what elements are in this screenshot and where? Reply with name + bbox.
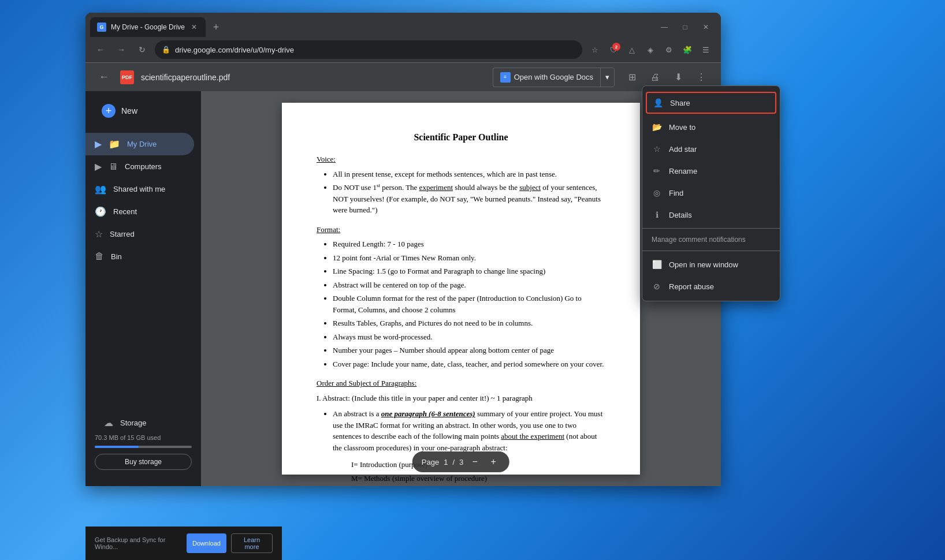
format-item-4: Abstract will be centered on top of the …	[333, 279, 605, 291]
page-controls: Page 1 / 3 − +	[412, 451, 509, 472]
back-to-drive-button[interactable]: ←	[95, 68, 113, 87]
context-menu-manage-notifications[interactable]: Manage comment notifications	[642, 231, 780, 248]
pdf-filename: scientificpaperoutline.pdf	[141, 73, 486, 82]
find-icon: ◎	[652, 188, 662, 198]
context-menu-add-star[interactable]: ☆ Add star	[642, 138, 780, 160]
browser-actions: ☆ 🛡 2 △ ◈ ⚙ 🧩 ☰	[587, 42, 714, 58]
minimize-button[interactable]: —	[656, 19, 672, 35]
sidebar-item-shared[interactable]: 👥 Shared with me	[85, 178, 194, 200]
my-drive-icon: ▶	[95, 139, 102, 150]
current-page: 1	[444, 458, 448, 466]
learn-more-button[interactable]: Learn more	[231, 533, 273, 553]
buy-storage-button[interactable]: Buy storage	[95, 454, 192, 470]
extension-1-button[interactable]: ◈	[642, 42, 658, 58]
find-label: Find	[669, 189, 683, 197]
shared-icon: 👥	[95, 184, 106, 195]
pdf-page: Scientific Paper Outline Voice: All in p…	[282, 103, 640, 475]
sidebar-item-bin[interactable]: 🗑 Bin	[85, 245, 194, 267]
new-button-label: New	[121, 106, 137, 115]
pdf-file-icon: PDF	[120, 70, 134, 84]
format-item-8: Number your pages – Number should appear…	[333, 345, 605, 356]
open-with-dropdown-button[interactable]: ▾	[600, 68, 615, 87]
rename-icon: ✏	[652, 166, 662, 176]
sidebar-item-storage[interactable]: ☁ Storage	[95, 412, 185, 434]
computers-expand-icon: ▶	[95, 161, 102, 172]
voice-list: All in present tense, except for methods…	[317, 169, 605, 216]
drive-folder-icon: 📁	[109, 139, 120, 150]
open-with-google-docs-button[interactable]: ≡ Open with Google Docs	[493, 68, 600, 87]
address-bar-input[interactable]: 🔒 drive.google.com/drive/u/0/my-drive	[155, 40, 582, 59]
format-item-9: Cover page: Include your name, date, cla…	[333, 359, 605, 370]
page-label: Page	[422, 458, 439, 466]
storage-section: ☁ Storage 70.3 MB of 15 GB used Buy stor…	[85, 402, 201, 479]
share-icon: 👤	[653, 98, 663, 108]
notification-text: Get Backup and Sync for Windo...	[95, 536, 187, 550]
open-new-window-label: Open in new window	[669, 260, 738, 269]
sidebar-item-recent[interactable]: 🕐 Recent	[85, 200, 194, 223]
order-heading: Order and Subject of Paragraphs:	[317, 378, 605, 389]
new-button[interactable]: + New	[92, 98, 194, 124]
sidebar-item-my-drive[interactable]: ▶ 📁 My Drive	[85, 133, 194, 155]
zoom-out-button[interactable]: −	[468, 455, 482, 469]
active-tab[interactable]: G My Drive - Google Drive ✕	[90, 17, 206, 37]
voice-item-2: Do NOT use 1st person. The experiment sh…	[333, 182, 605, 216]
new-tab-button[interactable]: +	[208, 19, 224, 35]
print-button[interactable]: 🖨	[645, 67, 665, 88]
context-menu-find[interactable]: ◎ Find	[642, 182, 780, 204]
add-star-label: Add star	[669, 145, 697, 154]
lock-icon: 🔒	[162, 46, 170, 54]
context-menu-move-to[interactable]: 📂 Move to	[642, 116, 780, 138]
bottom-notification: Get Backup and Sync for Windo... Downloa…	[85, 527, 282, 560]
bookmarks-button[interactable]: ☆	[587, 42, 603, 58]
bin-icon: 🗑	[95, 251, 104, 262]
zoom-in-button[interactable]: +	[486, 455, 500, 469]
pdf-header-actions: ⊞ 🖨 ⬇ ⋮	[622, 67, 712, 88]
bin-label: Bin	[111, 252, 122, 261]
open-new-window-icon: ⬜	[652, 259, 662, 270]
context-menu-rename[interactable]: ✏ Rename	[642, 160, 780, 182]
voice-item-1: All in present tense, except for methods…	[333, 169, 605, 180]
extensions-button[interactable]: 🧩	[679, 42, 695, 58]
refresh-button[interactable]: ↻	[134, 42, 150, 58]
move-to-icon: 📂	[652, 122, 662, 132]
new-button-icon: +	[102, 104, 116, 118]
imrac-r: R= Results (numerical data)	[351, 485, 605, 486]
context-menu-report-abuse[interactable]: ⊘ Report abuse	[642, 275, 780, 297]
format-item-6: Results Tables, Graphs, and Pictures do …	[333, 318, 605, 329]
abstract-list: An abstract is a one paragraph (6-8 sent…	[317, 408, 605, 453]
context-menu-details[interactable]: ℹ Details	[642, 204, 780, 226]
tab-close-button[interactable]: ✕	[189, 23, 199, 32]
brave-shield-button[interactable]: 🛡 2	[605, 42, 622, 58]
storage-icon: ☁	[104, 417, 113, 428]
context-menu-share[interactable]: 👤 Share	[646, 92, 776, 114]
vpn-button[interactable]: △	[624, 42, 640, 58]
tab-title: My Drive - Google Drive	[111, 23, 185, 31]
maximize-button[interactable]: □	[677, 19, 693, 35]
download-notification-button[interactable]: Download	[187, 533, 226, 553]
extension-2-button[interactable]: ⚙	[661, 42, 677, 58]
starred-icon: ☆	[95, 229, 103, 240]
storage-item-label: Storage	[120, 419, 147, 427]
abstract-heading: I. Abstract: (Include this title in your…	[317, 393, 605, 404]
close-window-button[interactable]: ✕	[698, 19, 714, 35]
context-menu-divider-2	[642, 251, 780, 251]
back-button[interactable]: ←	[92, 42, 109, 58]
download-button[interactable]: ⬇	[668, 67, 689, 88]
sidebar-item-computers[interactable]: ▶ 🖥 Computers	[85, 155, 194, 178]
window-controls: — □ ✕	[656, 19, 716, 35]
page-separator: /	[452, 458, 455, 466]
storage-usage-label: 70.3 MB of 15 GB used	[95, 434, 192, 441]
recent-icon: 🕐	[95, 206, 106, 217]
add-to-drive-button[interactable]: ⊞	[622, 67, 642, 88]
forward-button[interactable]: →	[113, 42, 129, 58]
voice-heading: Voice:	[317, 154, 605, 165]
browser-window: G My Drive - Google Drive ✕ + — □ ✕ ← → …	[85, 13, 721, 486]
browser-menu-button[interactable]: ☰	[698, 42, 714, 58]
details-icon: ℹ	[652, 210, 662, 220]
more-options-button[interactable]: ⋮	[691, 67, 712, 88]
format-item-5: Double Column format for the rest of the…	[333, 293, 605, 315]
context-menu-open-new-window[interactable]: ⬜ Open in new window	[642, 253, 780, 275]
sidebar-item-starred[interactable]: ☆ Starred	[85, 223, 194, 245]
format-item-1: Required Length: 7 - 10 pages	[333, 238, 605, 250]
pdf-viewer-header: ← PDF scientificpaperoutline.pdf ≡ Open …	[85, 62, 721, 91]
